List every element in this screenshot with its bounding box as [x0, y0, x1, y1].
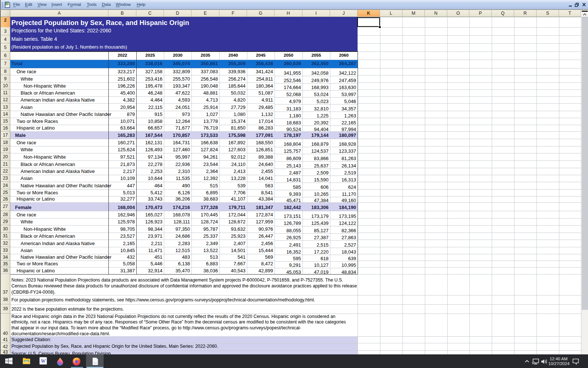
svg-text:W: W: [41, 358, 46, 364]
